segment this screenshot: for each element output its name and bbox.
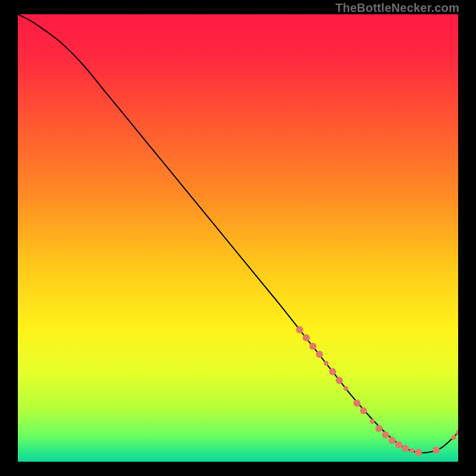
watermark-text: TheBottleNecker.com bbox=[336, 1, 459, 15]
plot-area bbox=[18, 14, 458, 462]
data-point bbox=[336, 377, 343, 384]
data-point bbox=[309, 343, 317, 350]
data-point bbox=[382, 431, 389, 439]
data-point bbox=[415, 449, 422, 456]
data-point bbox=[402, 444, 409, 452]
data-point bbox=[370, 419, 375, 424]
data-point bbox=[329, 368, 336, 375]
data-point bbox=[452, 435, 456, 440]
data-point bbox=[389, 437, 396, 444]
chart-stage: TheBottleNecker.com bbox=[0, 0, 476, 476]
data-point bbox=[343, 386, 348, 391]
data-point bbox=[324, 361, 328, 366]
data-point bbox=[409, 448, 414, 453]
data-point bbox=[303, 334, 310, 342]
data-point bbox=[375, 425, 383, 432]
data-point bbox=[360, 407, 367, 414]
plot-svg bbox=[18, 14, 458, 462]
data-point bbox=[353, 399, 361, 406]
data-point bbox=[433, 446, 440, 453]
data-point bbox=[395, 441, 402, 448]
gradient-background bbox=[18, 14, 458, 462]
data-point bbox=[316, 351, 323, 358]
data-point bbox=[296, 326, 303, 333]
